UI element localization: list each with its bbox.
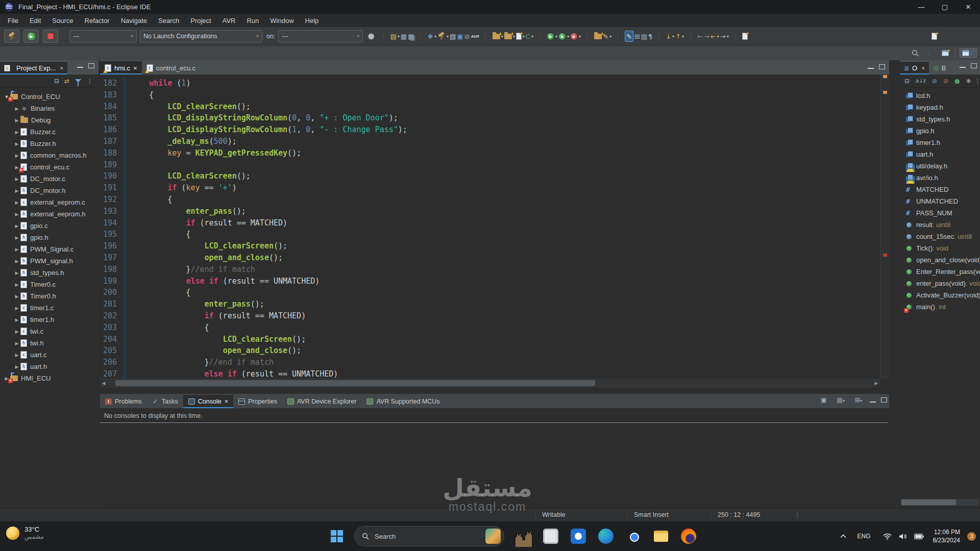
save-icon[interactable]: ▦ bbox=[401, 31, 407, 42]
code-editor[interactable]: 182 while (1)183 {184 LCD_clearScreen();… bbox=[100, 74, 880, 379]
outline-item-util-delay-h[interactable]: util/delay.h bbox=[900, 160, 980, 172]
forward-history-icon[interactable]: →▾ bbox=[720, 31, 729, 42]
search-icon[interactable] bbox=[912, 49, 919, 57]
tree-item-hmi_ecu[interactable]: ▶HMI_ECU bbox=[0, 372, 99, 384]
build-icon[interactable]: ▾ bbox=[437, 31, 449, 42]
close-tab-icon[interactable]: × bbox=[133, 64, 137, 72]
close-tab-icon[interactable]: × bbox=[225, 398, 228, 405]
close-tab-icon[interactable]: × bbox=[60, 65, 63, 72]
hide-static-icon[interactable]: ⊘ bbox=[943, 78, 948, 85]
tree-chevron-icon[interactable]: ▶ bbox=[13, 130, 20, 135]
forward-icon[interactable]: → bbox=[704, 31, 709, 42]
collapse-all-icon[interactable]: ⊟ bbox=[54, 78, 59, 85]
minimize-view-icon[interactable] bbox=[77, 67, 83, 68]
menu-refactor[interactable]: Refactor bbox=[79, 14, 115, 27]
launch-device-combo[interactable]: ---˅ bbox=[278, 30, 363, 42]
notification-badge[interactable]: 3 bbox=[967, 532, 976, 541]
menu-file[interactable]: File bbox=[2, 14, 24, 27]
launch-target-combo[interactable]: ---˅ bbox=[69, 30, 137, 42]
outline-item-count-15sec[interactable]: count_15sec : uint8 bbox=[900, 231, 980, 242]
weather-widget[interactable]: 33°C مشمس bbox=[6, 525, 44, 540]
tree-chevron-icon[interactable]: ▶ bbox=[13, 329, 20, 334]
outline-item-keypad-h[interactable]: keypad.h bbox=[900, 102, 980, 113]
outline-horizontal-scrollbar[interactable] bbox=[901, 499, 979, 506]
tree-chevron-icon[interactable]: ▶ bbox=[13, 341, 20, 346]
outline-item-pass-num[interactable]: #PASS_NUM bbox=[900, 207, 980, 219]
link-editor-icon[interactable]: ⊞ bbox=[634, 31, 640, 42]
tree-chevron-icon[interactable]: ▶ bbox=[13, 118, 20, 123]
tree-item-control_ecu.c[interactable]: ▶ccontrol_ecu.c bbox=[0, 161, 99, 173]
app-blue-media-icon[interactable] bbox=[571, 529, 586, 544]
tree-item-pwm_signal.c[interactable]: ▶cPWM_Signal.c bbox=[0, 243, 99, 255]
tree-chevron-icon[interactable]: ▶ bbox=[13, 247, 20, 252]
editor-tab-hmi.c[interactable]: chmi.c× bbox=[100, 61, 142, 74]
menu-edit[interactable]: Edit bbox=[24, 14, 46, 27]
hide-non-public-icon[interactable]: ● bbox=[954, 78, 960, 85]
clock[interactable]: 12:06 PM 6/23/2024 bbox=[933, 528, 960, 544]
back-icon[interactable]: ← bbox=[697, 31, 703, 42]
menu-help[interactable]: Help bbox=[300, 14, 325, 27]
highlight-icon[interactable]: ✎ bbox=[625, 31, 633, 42]
launch-gear-icon[interactable] bbox=[367, 32, 375, 40]
run-icon[interactable]: ▶▾ bbox=[547, 31, 557, 42]
search-highlight-image[interactable] bbox=[485, 529, 501, 544]
status-menu-icon[interactable]: ⋮ bbox=[794, 511, 801, 519]
volume-icon[interactable] bbox=[899, 533, 907, 540]
outline-maximize-icon[interactable] bbox=[971, 63, 977, 68]
tree-chevron-icon[interactable]: ▶ bbox=[13, 177, 20, 182]
console-maximize-icon[interactable] bbox=[881, 397, 887, 403]
tree-item-pwm_signal.h[interactable]: ▶hPWM_signal.h bbox=[0, 255, 99, 267]
language-indicator[interactable]: ENG bbox=[857, 533, 871, 540]
tree-item-buzzer.h[interactable]: ▶hBuzzer.h bbox=[0, 138, 99, 149]
run-button[interactable]: ▶ bbox=[23, 30, 39, 43]
view-menu-icon[interactable]: ⋮ bbox=[87, 78, 93, 85]
tree-chevron-icon[interactable]: ▶ bbox=[13, 317, 20, 322]
outline-item-gpio-h[interactable]: gpio.h bbox=[900, 125, 980, 137]
close-button[interactable]: ✕ bbox=[957, 0, 980, 14]
open-resource-icon[interactable] bbox=[594, 31, 602, 42]
display-console-icon[interactable]: ▤▾ bbox=[837, 396, 845, 404]
tree-chevron-icon[interactable]: ▶ bbox=[13, 294, 20, 299]
open-new-view-icon[interactable] bbox=[932, 31, 937, 42]
back-history-icon[interactable]: ←▾ bbox=[710, 31, 719, 42]
debug-icon[interactable]: ❖▾ bbox=[427, 31, 436, 42]
tree-item-binaries[interactable]: ▶✲Binaries bbox=[0, 103, 99, 114]
menu-project[interactable]: Project bbox=[185, 14, 216, 27]
outline-item-std-types-h[interactable]: std_types.h bbox=[900, 113, 980, 125]
tree-item-timer0.h[interactable]: ▶hTimer0.h bbox=[0, 290, 99, 302]
link-with-editor-icon[interactable]: ⇄ bbox=[64, 78, 69, 85]
editor-tab-control_ecu.c[interactable]: ccontrol_ecu.c bbox=[142, 61, 200, 74]
tab-project-explorer[interactable]: ▤ Project Exp... × bbox=[0, 61, 67, 74]
stop-button[interactable] bbox=[43, 30, 58, 43]
skip-breakpoints-icon[interactable]: ⊘ bbox=[464, 31, 470, 42]
tree-chevron-icon[interactable]: ▶ bbox=[13, 141, 20, 146]
new-wizard-icon[interactable]: ▤▾ bbox=[390, 31, 399, 42]
start-button[interactable] bbox=[331, 530, 343, 542]
wifi-icon[interactable] bbox=[883, 533, 892, 540]
close-tab-icon[interactable]: × bbox=[921, 65, 925, 72]
outline-item-activate-buzzer-void-[interactable]: Activate_Buzzer(void) : void bbox=[900, 289, 980, 301]
scrollbar-thumb[interactable] bbox=[115, 380, 595, 386]
tree-item-std_types.h[interactable]: ▶hstd_types.h bbox=[0, 267, 99, 279]
tree-item-gpio.c[interactable]: ▶cgpio.c bbox=[0, 220, 99, 232]
outline-item-open-and-close-void-[interactable]: open_and_close(void) : void bbox=[900, 254, 980, 266]
app-white-icon[interactable] bbox=[543, 529, 558, 544]
tree-item-twi.h[interactable]: ▶htwi.h bbox=[0, 337, 99, 349]
binary-file-icon[interactable]: ▤ bbox=[450, 31, 456, 42]
show-list-icon[interactable]: ▤ bbox=[641, 31, 647, 42]
profile-icon[interactable]: ▶▾ bbox=[570, 31, 581, 42]
tree-chevron-icon[interactable]: ▶ bbox=[13, 235, 20, 240]
tree-chevron-icon[interactable]: ▶ bbox=[13, 188, 20, 193]
edge-icon[interactable] bbox=[598, 529, 614, 544]
rebuild-index-icon[interactable]: C▾ bbox=[526, 31, 533, 42]
outline-item-uart-h[interactable]: uart.h bbox=[900, 148, 980, 160]
prev-annotation-icon[interactable]: ↑▾ bbox=[675, 31, 684, 42]
console-tab-avr-device-explorer[interactable]: AVR Device Explorer bbox=[282, 395, 361, 408]
menu-avr[interactable]: AVR bbox=[217, 14, 241, 27]
outline-item-tick-[interactable]: Tick() : void bbox=[900, 242, 980, 254]
collapse-all-icon[interactable]: ⊟ bbox=[904, 78, 910, 85]
outline-item-timer1-h[interactable]: timer1.h bbox=[900, 137, 980, 148]
outline-item-avr-io-h[interactable]: avr/io.h bbox=[900, 172, 980, 184]
menu-source[interactable]: Source bbox=[46, 14, 79, 27]
build-button[interactable] bbox=[4, 30, 19, 43]
